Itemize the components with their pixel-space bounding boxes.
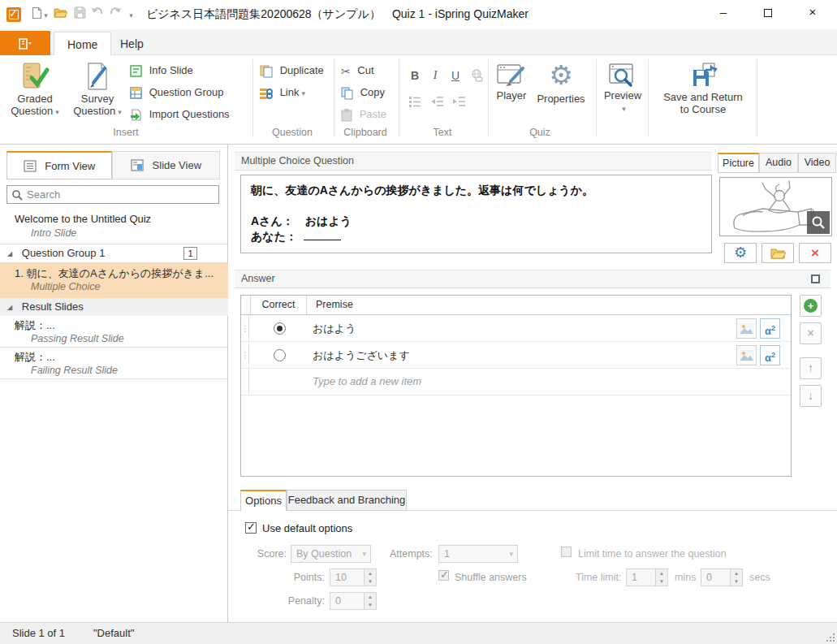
increase-indent-icon bbox=[452, 96, 466, 107]
spinner-arrows[interactable]: ▲▼ bbox=[655, 569, 667, 586]
duplicate-button[interactable]: Duplicate bbox=[260, 62, 324, 80]
copy-button[interactable]: Copy bbox=[341, 84, 385, 102]
tab-form-view[interactable]: Form View bbox=[6, 151, 112, 179]
tab-slide-view[interactable]: Slide View bbox=[112, 151, 220, 179]
tab-picture[interactable]: Picture bbox=[718, 153, 759, 173]
tab-home[interactable]: Home bbox=[54, 32, 111, 56]
picture-delete-button[interactable]: × bbox=[799, 243, 831, 263]
penalty-spinner[interactable]: 0 ▲▼ bbox=[330, 592, 377, 610]
question-picture-thumbnail[interactable] bbox=[719, 177, 832, 236]
properties-button[interactable]: ⚙ Properties bbox=[534, 58, 588, 105]
spinner-arrows[interactable]: ▲▼ bbox=[730, 569, 742, 586]
redo-button[interactable] bbox=[107, 6, 123, 23]
picture-browse-button[interactable] bbox=[761, 243, 794, 263]
ribbon: Graded Question Survey Question Info Sli… bbox=[0, 55, 837, 145]
time-mins-spinner[interactable]: 1 ▲▼ bbox=[626, 568, 668, 586]
minimize-button[interactable]: – bbox=[706, 0, 740, 24]
zoom-picture-button[interactable] bbox=[807, 211, 830, 234]
expand-answer-icon[interactable] bbox=[811, 274, 820, 283]
answer-row[interactable]: ⋮ おはよう α2 bbox=[241, 315, 791, 342]
bold-button[interactable]: B bbox=[406, 67, 424, 84]
link-button[interactable]: Link bbox=[260, 84, 305, 102]
list-item-failing-result[interactable]: 解説：... Failing Result Slide bbox=[0, 348, 228, 378]
list-item-passing-result[interactable]: 解説：... Passing Result Slide bbox=[0, 317, 228, 347]
cut-button[interactable]: ✂ Cut bbox=[341, 62, 374, 80]
new-item-placeholder[interactable]: Type to add a new item bbox=[313, 375, 421, 387]
new-file-caret[interactable] bbox=[41, 6, 49, 23]
drag-handle[interactable]: ⋮ bbox=[241, 342, 249, 368]
image-icon bbox=[740, 323, 753, 334]
delete-answer-button[interactable]: × bbox=[800, 322, 822, 344]
info-slide-button[interactable]: Info Slide bbox=[130, 62, 193, 80]
dropdown-caret-icon: ▾ bbox=[509, 546, 513, 562]
survey-question-button[interactable]: Survey Question bbox=[68, 58, 127, 117]
resize-grip[interactable] bbox=[825, 632, 835, 642]
points-spinner[interactable]: 10 ▲▼ bbox=[330, 568, 377, 586]
tree-group-result-slides[interactable]: ◢ Result Slides bbox=[0, 298, 228, 316]
spinner-arrows[interactable]: ▲▼ bbox=[364, 593, 376, 609]
group-label-question: Question bbox=[252, 127, 333, 138]
use-default-options-checkbox[interactable] bbox=[245, 522, 257, 534]
increase-indent-button[interactable] bbox=[450, 94, 468, 112]
tab-audio[interactable]: Audio bbox=[759, 153, 798, 173]
tab-options[interactable]: Options bbox=[240, 490, 287, 511]
time-secs-spinner[interactable]: 0 ▲▼ bbox=[701, 568, 743, 586]
import-questions-button[interactable]: Import Questions bbox=[130, 106, 230, 123]
row-image-button[interactable] bbox=[736, 318, 757, 339]
spinner-arrows[interactable]: ▲▼ bbox=[364, 569, 376, 586]
list-item-question-1[interactable]: 1. 朝に、友達のAさんからの挨拶がきま... Multiple Choice bbox=[0, 262, 228, 298]
tree-collapse-icon[interactable]: ◢ bbox=[7, 304, 12, 311]
delete-x-icon: × bbox=[811, 245, 819, 261]
search-input[interactable] bbox=[27, 187, 214, 202]
row-image-button[interactable] bbox=[736, 345, 757, 365]
move-up-button[interactable]: ↑ bbox=[800, 357, 822, 379]
qat-customize-button[interactable] bbox=[125, 6, 135, 23]
add-answer-button[interactable]: + bbox=[800, 295, 822, 317]
save-button[interactable] bbox=[71, 6, 88, 23]
cut-icon: ✂ bbox=[341, 63, 351, 80]
graded-question-button[interactable]: Graded Question bbox=[5, 58, 65, 117]
row-formula-button[interactable]: α2 bbox=[760, 345, 780, 365]
new-answer-row[interactable]: Type to add a new item bbox=[241, 369, 791, 395]
move-down-button[interactable]: ↓ bbox=[800, 385, 822, 407]
score-dropdown[interactable]: By Question▾ bbox=[291, 545, 371, 563]
question-text-editor[interactable]: 朝に、友達のAさんからの挨拶がきました。返事は何でしょうか。 Aさん： おはよう… bbox=[240, 175, 712, 253]
tab-help[interactable]: Help bbox=[107, 32, 157, 56]
slide-list-panel: Form View Slide View Welcome to the Unti… bbox=[0, 145, 228, 622]
bullet-list-button[interactable] bbox=[406, 94, 424, 112]
tab-video[interactable]: Video bbox=[798, 153, 836, 173]
tab-feedback-branching[interactable]: Feedback and Branching bbox=[287, 490, 407, 511]
group-label-insert: Insert bbox=[77, 127, 175, 138]
tree-group-question-group[interactable]: ◢ Question Group 1 1 bbox=[0, 244, 228, 262]
italic-button[interactable]: I bbox=[426, 67, 444, 84]
tree-collapse-icon[interactable]: ◢ bbox=[7, 250, 12, 257]
hyperlink-button[interactable] bbox=[468, 67, 485, 84]
paste-button[interactable]: Paste bbox=[341, 106, 386, 123]
preview-button[interactable]: Preview bbox=[599, 58, 646, 114]
close-button[interactable]: × bbox=[796, 0, 830, 24]
undo-button[interactable] bbox=[89, 6, 106, 23]
answer-row[interactable]: ⋮ おはようございます α2 bbox=[241, 342, 791, 369]
correct-radio[interactable] bbox=[274, 349, 286, 361]
decrease-indent-button[interactable] bbox=[428, 94, 446, 112]
correct-radio[interactable] bbox=[274, 322, 286, 335]
shuffle-answers-checkbox[interactable] bbox=[438, 570, 449, 581]
picture-settings-button[interactable]: ⚙ bbox=[724, 243, 757, 263]
properties-gear-icon: ⚙ bbox=[534, 62, 588, 91]
row-formula-button[interactable]: α2 bbox=[760, 318, 780, 339]
redo-icon bbox=[109, 6, 122, 18]
list-item-intro-slide[interactable]: Welcome to the Untitled Quiz Intro Slide bbox=[0, 211, 228, 244]
drag-handle[interactable]: ⋮ bbox=[241, 315, 249, 341]
question-group-button[interactable]: Question Group bbox=[130, 84, 223, 102]
folder-icon bbox=[770, 247, 786, 259]
open-button[interactable] bbox=[52, 6, 68, 23]
app-logo-icon bbox=[6, 7, 21, 22]
limit-time-checkbox[interactable] bbox=[561, 547, 572, 557]
slide-view-icon bbox=[131, 159, 144, 171]
underline-button[interactable]: U bbox=[447, 67, 464, 84]
app-menu-button[interactable] bbox=[0, 31, 50, 55]
attempts-dropdown[interactable]: 1▾ bbox=[438, 545, 518, 563]
maximize-button[interactable] bbox=[751, 0, 785, 24]
player-button[interactable]: Player bbox=[489, 58, 534, 102]
save-and-return-button[interactable]: Save and Return to Course bbox=[651, 58, 755, 115]
